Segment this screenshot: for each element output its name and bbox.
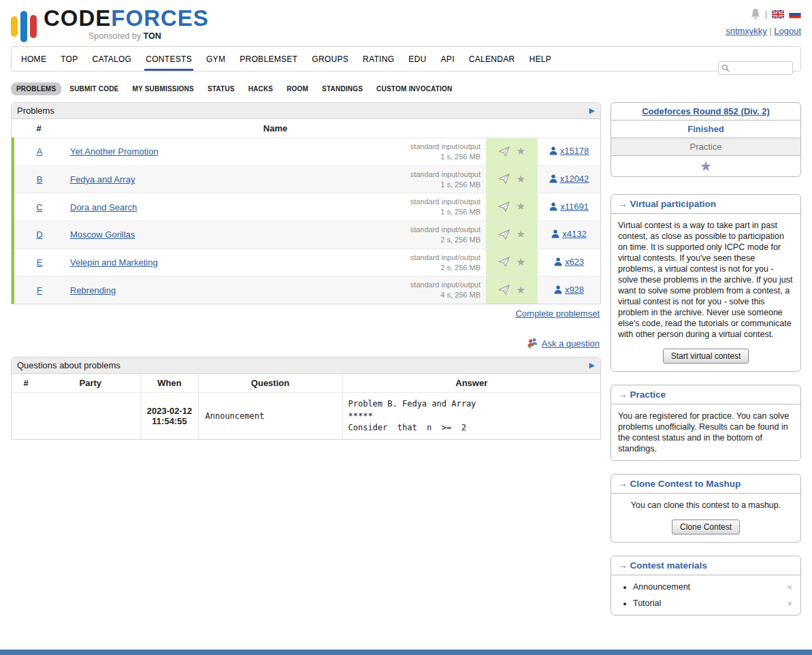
nav-item[interactable]: HELP [528, 47, 553, 71]
submit-solution-icon[interactable] [498, 174, 510, 186]
submit-solution-icon[interactable] [498, 146, 510, 159]
solved-count-link[interactable]: x623 [554, 257, 584, 267]
favorite-star-icon[interactable]: ★ [517, 228, 525, 240]
question-num [12, 393, 40, 440]
subnav-item[interactable]: STATUS [202, 82, 240, 95]
virtual-participation-title: →Virtual participation [611, 195, 800, 214]
codeforces-logo[interactable]: CODEFORCES Sponsored by TON [11, 7, 209, 42]
question-when: 2023-02-12 11:54:55 [141, 393, 198, 440]
material-link[interactable]: Tutorial [633, 598, 661, 608]
nav-item[interactable]: CATALOG [91, 47, 133, 71]
search-box [718, 61, 793, 75]
arrow-right-icon: → [618, 560, 628, 571]
contest-materials-box: →Contest materials × Announcement × Tuto… [611, 556, 801, 616]
subnav-item[interactable]: MY SUBMISSIONS [127, 82, 199, 95]
nav-item[interactable]: TOP [59, 47, 79, 71]
problem-name-link[interactable]: Yet Another Promotion [70, 146, 159, 157]
clone-mashup-box: →Clone Contest to Mashup You can clone t… [611, 474, 801, 543]
problem-row: F Rebrending standard input/output 4 s, … [13, 276, 600, 304]
nav-item[interactable]: HOME [20, 47, 48, 71]
close-icon[interactable]: × [787, 598, 792, 609]
clone-contest-button[interactable]: Clone Contest [672, 520, 740, 534]
contest-title-link[interactable]: Codeforces Round 852 (Div. 2) [642, 106, 770, 116]
favorite-star-icon[interactable]: ★ [517, 200, 525, 212]
bell-icon[interactable] [751, 8, 760, 20]
solved-count-link[interactable]: x12042 [549, 174, 589, 184]
ask-question-link[interactable]: Ask a question [542, 338, 600, 349]
logo-text: CODEFORCES [44, 5, 209, 31]
problem-letter-link[interactable]: D [36, 229, 42, 240]
ask-question-icon [527, 338, 538, 349]
nav-item[interactable]: CALENDAR [468, 47, 517, 71]
problem-letter-link[interactable]: B [37, 174, 43, 185]
submit-solution-icon[interactable] [498, 202, 510, 214]
submit-solution-icon[interactable] [498, 229, 510, 242]
nav-item[interactable]: EDU [407, 47, 427, 71]
problem-name-link[interactable]: Rebrending [70, 285, 116, 295]
problem-limits: standard input/output 1 s, 256 MB [410, 142, 481, 162]
logout-link[interactable]: Logout [774, 26, 801, 36]
complete-problemset-link[interactable]: Complete problemset [515, 308, 600, 319]
submit-solution-icon[interactable] [498, 257, 510, 269]
logo-bars-icon [11, 7, 37, 42]
virtual-participation-box: →Virtual participation Virtual contest i… [611, 194, 801, 372]
subnav-item[interactable]: CUSTOM INVOCATION [371, 82, 457, 95]
solved-count-link[interactable]: x928 [554, 285, 584, 295]
problem-letter-link[interactable]: F [37, 285, 42, 295]
username-link[interactable]: sntmxykky [726, 26, 767, 36]
nav-item[interactable]: CONTESTS [144, 47, 193, 71]
favorite-star-icon[interactable]: ★ [517, 173, 525, 185]
problem-row: B Fedya and Array standard input/output … [13, 165, 600, 193]
subnav-item[interactable]: PROBLEMS [11, 82, 61, 95]
problem-name-link[interactable]: Fedya and Array [70, 174, 135, 185]
collapse-arrow-icon[interactable]: ▶ [589, 361, 595, 370]
search-input[interactable] [732, 63, 790, 74]
subnav-item[interactable]: STANDINGS [316, 82, 368, 95]
person-icon [549, 146, 557, 155]
submit-solution-icon[interactable] [498, 285, 510, 297]
clone-mashup-title: →Clone Contest to Mashup [611, 475, 800, 494]
questions-table: # Party When Question Answer [12, 374, 600, 439]
start-virtual-contest-button[interactable]: Start virtual contest [663, 349, 749, 364]
question-answer: Problem B. Fedya and Array ***** Conside… [342, 393, 600, 440]
favorite-contest-star-icon[interactable]: ★ [700, 159, 712, 174]
problem-row: A Yet Another Promotion standard input/o… [13, 138, 600, 166]
favorite-star-icon[interactable]: ★ [517, 256, 525, 268]
person-icon [549, 174, 557, 183]
separator: | [769, 27, 771, 36]
flag-ru-icon[interactable] [789, 10, 801, 18]
subnav-item[interactable]: HACKS [243, 82, 279, 95]
problem-name-link[interactable]: Moscow Gorillas [70, 229, 135, 240]
subnav-item[interactable]: SUBMIT CODE [64, 82, 124, 95]
arrow-right-icon: → [618, 479, 628, 489]
problem-letter-link[interactable]: A [37, 146, 43, 157]
material-link[interactable]: Announcement [633, 582, 690, 592]
favorite-star-icon[interactable]: ★ [517, 284, 525, 295]
separator: | [765, 10, 767, 19]
nav-item[interactable]: GYM [205, 47, 227, 71]
problem-name-link[interactable]: Velepin and Marketing [70, 257, 158, 268]
material-item: × Tutorial [633, 598, 800, 608]
nav-item[interactable]: GROUPS [310, 47, 350, 71]
subnav-item[interactable]: ROOM [281, 82, 314, 95]
nav-item[interactable]: RATING [361, 47, 395, 71]
nav-item[interactable]: PROBLEMSET [238, 47, 299, 71]
person-icon [549, 202, 557, 211]
problem-limits: standard input/output 2 s, 256 MB [410, 253, 481, 273]
contest-mode: Practice [611, 138, 800, 156]
problem-letter-link[interactable]: C [36, 202, 42, 212]
nav-item[interactable]: API [440, 47, 456, 71]
contest-subnav: PROBLEMS SUBMIT CODE MY SUBMISSIONS STAT… [11, 82, 801, 95]
problem-letter-link[interactable]: E [37, 257, 43, 268]
contest-state: Finished [611, 121, 800, 138]
problem-name-link[interactable]: Dora and Search [70, 202, 137, 212]
close-icon[interactable]: × [787, 582, 792, 592]
flag-uk-icon[interactable] [772, 10, 784, 18]
solved-count-link[interactable]: x11691 [549, 202, 589, 212]
practice-box: →Practice You are registered for practic… [611, 385, 801, 461]
solved-count-link[interactable]: x4132 [551, 229, 586, 239]
favorite-star-icon[interactable]: ★ [517, 145, 525, 157]
collapse-arrow-icon[interactable]: ▶ [589, 106, 595, 115]
solved-count-link[interactable]: x15178 [549, 146, 589, 156]
footer-strip [0, 650, 812, 655]
